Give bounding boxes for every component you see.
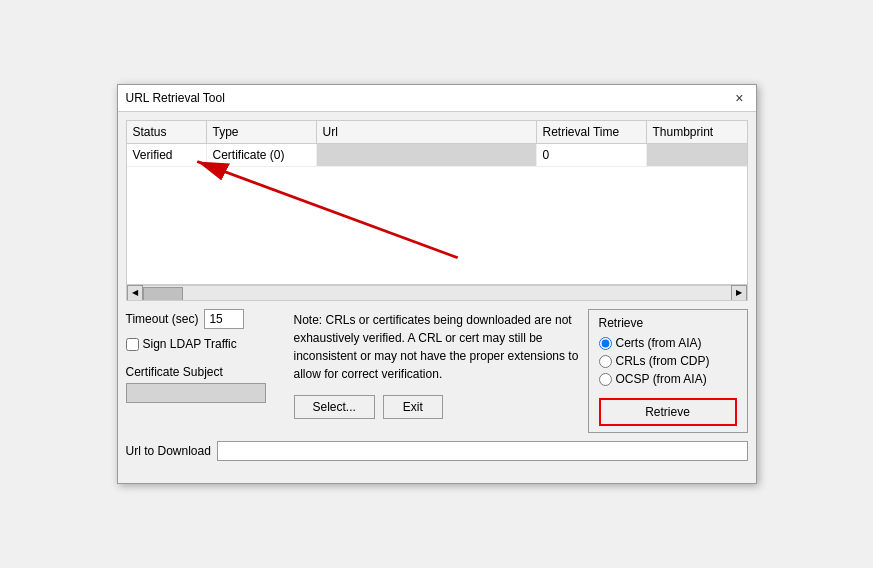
radio-crls: CRLs (from CDP)	[599, 354, 737, 368]
radio-crls-input[interactable]	[599, 355, 612, 368]
radio-ocsp-label: OCSP (from AIA)	[616, 372, 707, 386]
cell-retrieval-time: 0	[537, 144, 647, 166]
timeout-input[interactable]	[204, 309, 244, 329]
scroll-left-button[interactable]: ◀	[127, 285, 143, 301]
url-download-input[interactable]	[217, 441, 748, 461]
scroll-right-button[interactable]: ▶	[731, 285, 747, 301]
table-body: Verified Certificate (0) 0	[127, 144, 747, 284]
cell-url	[317, 144, 537, 166]
url-retrieval-window: URL Retrieval Tool × Status Type Url Ret…	[117, 84, 757, 484]
radio-certs: Certs (from AIA)	[599, 336, 737, 350]
close-button[interactable]: ×	[731, 91, 747, 105]
sign-ldap-row: Sign LDAP Traffic	[126, 337, 286, 351]
select-button[interactable]: Select...	[294, 395, 375, 419]
cert-subject-label: Certificate Subject	[126, 365, 286, 379]
window-title: URL Retrieval Tool	[126, 91, 225, 105]
horizontal-scrollbar[interactable]: ◀ ▶	[127, 284, 747, 300]
left-column: Timeout (sec) Sign LDAP Traffic Certific…	[126, 309, 286, 433]
scroll-thumb[interactable]	[143, 287, 183, 301]
middle-column: Note: CRLs or certificates being downloa…	[294, 309, 580, 433]
col-url: Url	[317, 121, 537, 143]
radio-ocsp-input[interactable]	[599, 373, 612, 386]
bottom-section: Timeout (sec) Sign LDAP Traffic Certific…	[126, 309, 748, 433]
buttons-row: Select... Exit	[294, 395, 580, 419]
col-retrieval-time: Retrieval Time	[537, 121, 647, 143]
radio-ocsp: OCSP (from AIA)	[599, 372, 737, 386]
cert-subject-section: Certificate Subject	[126, 365, 286, 403]
cell-type: Certificate (0)	[207, 144, 317, 166]
radio-crls-label: CRLs (from CDP)	[616, 354, 710, 368]
radio-certs-input[interactable]	[599, 337, 612, 350]
col-thumbprint: Thumbprint	[647, 121, 747, 143]
table-header: Status Type Url Retrieval Time Thumbprin…	[127, 121, 747, 144]
url-download-label: Url to Download	[126, 444, 211, 458]
note-text: Note: CRLs or certificates being downloa…	[294, 311, 580, 383]
retrieve-group: Retrieve Certs (from AIA) CRLs (from CDP…	[588, 309, 748, 433]
radio-certs-label: Certs (from AIA)	[616, 336, 702, 350]
table-area: Status Type Url Retrieval Time Thumbprin…	[126, 120, 748, 301]
cell-thumbprint	[647, 144, 747, 166]
cert-subject-input[interactable]	[126, 383, 266, 403]
scroll-track[interactable]	[143, 285, 731, 301]
col-status: Status	[127, 121, 207, 143]
retrieve-button[interactable]: Retrieve	[599, 398, 737, 426]
url-download-row: Url to Download	[126, 441, 748, 461]
timeout-label: Timeout (sec)	[126, 312, 199, 326]
table-row: Verified Certificate (0) 0	[127, 144, 747, 167]
sign-ldap-label: Sign LDAP Traffic	[143, 337, 237, 351]
cell-status: Verified	[127, 144, 207, 166]
svg-line-1	[197, 162, 457, 258]
timeout-row: Timeout (sec)	[126, 309, 286, 329]
title-bar: URL Retrieval Tool ×	[118, 85, 756, 112]
sign-ldap-checkbox[interactable]	[126, 338, 139, 351]
exit-button[interactable]: Exit	[383, 395, 443, 419]
col-type: Type	[207, 121, 317, 143]
retrieve-group-title: Retrieve	[599, 316, 737, 330]
